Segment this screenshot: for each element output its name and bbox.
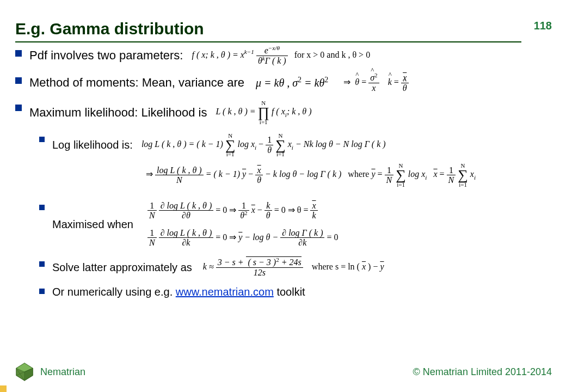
f-dth: ∂θ bbox=[182, 211, 190, 220]
f-dk: ∂k bbox=[182, 238, 190, 247]
f-eq: = bbox=[359, 77, 368, 87]
f-1c: 1 bbox=[447, 166, 456, 176]
f-prod: ∏ bbox=[258, 106, 269, 119]
f-1: 1 bbox=[266, 135, 273, 145]
bullet-moments-label: Method of moments: Mean, variance are bbox=[29, 75, 244, 91]
f-1f: 1 bbox=[147, 228, 157, 238]
f-eq2: = bbox=[376, 170, 385, 179]
sum-op2: N ∑ i=1 bbox=[275, 133, 286, 157]
f-xbar: x bbox=[372, 83, 376, 93]
f-12s: 12s bbox=[254, 268, 266, 277]
formula-pdf: f ( x; k , θ ) = xk−1 e−x/θ θkΓ ( k ) fo… bbox=[192, 46, 370, 65]
f-ll2eq: = ( k − 1) bbox=[206, 170, 242, 179]
f-keq: = bbox=[392, 77, 401, 87]
f-ll2d: N bbox=[176, 175, 182, 185]
f-dlgam: ∂ log Γ ( k ) bbox=[282, 228, 323, 237]
f-i1: i=1 bbox=[258, 119, 269, 125]
f-isub4: i bbox=[474, 174, 476, 181]
f-dlth: ∂ log L ( k , θ ) bbox=[161, 201, 212, 210]
f-pdf-cond: for x > 0 and k , θ > 0 bbox=[294, 50, 370, 59]
f-e-exp: −x/θ bbox=[268, 45, 280, 51]
f-eq0c: = 0 ⇒ bbox=[216, 232, 238, 242]
f-th5: θ bbox=[266, 211, 270, 220]
f-isub3: i bbox=[425, 174, 427, 181]
sub-approx-text: Solve latter approximately as k ≈ 3 − s … bbox=[52, 258, 384, 277]
f-dk2: ∂k bbox=[298, 238, 306, 247]
f-1d: 1 bbox=[147, 201, 157, 211]
f-sum4: ∑ bbox=[458, 169, 468, 181]
f-minus: − bbox=[259, 139, 266, 149]
page-title: E.g. Gamma distribution bbox=[15, 20, 204, 38]
f-where2: where s = ln ( bbox=[312, 262, 362, 271]
f-th-hat2: θ bbox=[403, 83, 407, 93]
bullet-icon bbox=[39, 205, 45, 210]
f-th-hat: θ bbox=[355, 77, 359, 87]
f-xbar6: x bbox=[312, 201, 316, 210]
f-i1d: i=1 bbox=[396, 182, 406, 188]
f-ll1e: − Nk log θ − N log Γ ( k ) bbox=[296, 139, 386, 149]
f-xbar7: x bbox=[362, 262, 366, 271]
content: Pdf involves two parameters: f ( x; k , … bbox=[15, 46, 551, 307]
f-mom2: = kθ bbox=[302, 77, 324, 89]
f-logx: log x bbox=[237, 139, 255, 149]
f-ybar4: y bbox=[380, 262, 384, 271]
f-xbar5: x bbox=[251, 205, 255, 214]
nematrian-logo-icon bbox=[14, 362, 35, 382]
f-eq0d: = 0 bbox=[327, 232, 338, 242]
f-24s: + 24s bbox=[279, 258, 302, 267]
f-mom2-sq: 2 bbox=[324, 76, 328, 84]
bullet-icon bbox=[39, 137, 45, 142]
footer: Nematrian © Nematrian Limited 2011-2014 bbox=[14, 362, 552, 382]
f-kapprox: k ≈ bbox=[203, 262, 216, 271]
formula-moments-implies: ⇒ θ = σ2 x k = x θ bbox=[337, 73, 408, 93]
sub-num-pre: Or numerically using e.g. bbox=[52, 286, 176, 298]
bullet-pdf: Pdf involves two parameters: f ( x; k , … bbox=[15, 46, 551, 65]
frac-1th: 1 θ bbox=[266, 135, 273, 155]
f-dlk: ∂ log L ( k , θ ) bbox=[161, 228, 212, 237]
frac-approx: 3 − s + ( s − 3 )2 + 24s 12s bbox=[216, 258, 303, 277]
sub-num-text: Or numerically using e.g. www.nematrian.… bbox=[52, 285, 305, 299]
sub-approx: Solve latter approximately as k ≈ 3 − s … bbox=[39, 258, 551, 277]
f-th: θ bbox=[258, 56, 262, 65]
max-eqs: 1N ∂ log L ( k , θ )∂θ = 0 ⇒ 1θ2 x − kθ … bbox=[142, 201, 339, 248]
bullet-icon bbox=[15, 77, 22, 84]
sub-numerical: Or numerically using e.g. www.nematrian.… bbox=[39, 285, 551, 299]
bullet-icon bbox=[39, 289, 45, 294]
sum-op3: N ∑ i=1 bbox=[396, 163, 406, 187]
f-ybar2: y bbox=[371, 170, 375, 179]
f-ybar3: y bbox=[238, 232, 242, 242]
formula-likelihood: L ( k , θ ) = N ∏ i=1 f ( xi; k , θ ) bbox=[216, 100, 311, 125]
f-3ms: 3 − s + bbox=[218, 258, 246, 267]
f-gamma: Γ ( k ) bbox=[265, 56, 286, 65]
frac-pdf: e−x/θ θkΓ ( k ) bbox=[256, 46, 288, 65]
bullet-pdf-text: Pdf involves two parameters: f ( x; k , … bbox=[29, 46, 370, 65]
bullet-moments-text: Method of moments: Mean, variance are μ … bbox=[29, 73, 409, 93]
frac-xth: x θ bbox=[255, 166, 263, 185]
f-sig-hat: σ bbox=[370, 73, 374, 82]
formula-approx: k ≈ 3 − s + ( s − 3 )2 + 24s 12s where s… bbox=[201, 258, 384, 277]
footer-left: Nematrian bbox=[14, 362, 85, 382]
footer-brand: Nematrian bbox=[40, 366, 85, 378]
f-th3: θ bbox=[257, 175, 261, 185]
f-1e: 1 bbox=[238, 201, 249, 211]
frac-mom-k: x θ bbox=[401, 73, 409, 93]
f-sum2: ∑ bbox=[275, 139, 286, 151]
f-N8: N bbox=[149, 211, 155, 220]
f-ll1a: log L ( k , θ ) = ( k − 1) bbox=[142, 139, 225, 149]
formula-max2: 1N ∂ log L ( k , θ )∂k = 0 ⇒ y − log θ −… bbox=[147, 228, 339, 248]
bullet-likelihood-label: Maximum likelihood: Likelihood is bbox=[29, 105, 207, 121]
formula-max1: 1N ∂ log L ( k , θ )∂θ = 0 ⇒ 1θ2 x − kθ … bbox=[147, 201, 339, 220]
f-N9: N bbox=[149, 238, 155, 247]
f-pdf-lhs: f ( x; k , θ ) = x bbox=[192, 50, 244, 59]
f-fx: f ( x bbox=[272, 107, 285, 117]
bullet-icon bbox=[15, 105, 22, 111]
sub-num-post: toolkit bbox=[274, 286, 305, 298]
f-minus4: ) − bbox=[366, 262, 380, 271]
nematrian-link[interactable]: www.nematrian.com bbox=[176, 286, 274, 298]
f-minus3: − bbox=[257, 205, 264, 214]
f-mom: μ = kθ , σ bbox=[256, 77, 298, 89]
formula-moments: μ = kθ , σ2 = kθ2 bbox=[253, 76, 328, 90]
f-N4: N bbox=[386, 175, 392, 185]
footer-copyright: © Nematrian Limited 2011-2014 bbox=[413, 366, 552, 378]
frac-1N: 1 N bbox=[385, 166, 394, 185]
